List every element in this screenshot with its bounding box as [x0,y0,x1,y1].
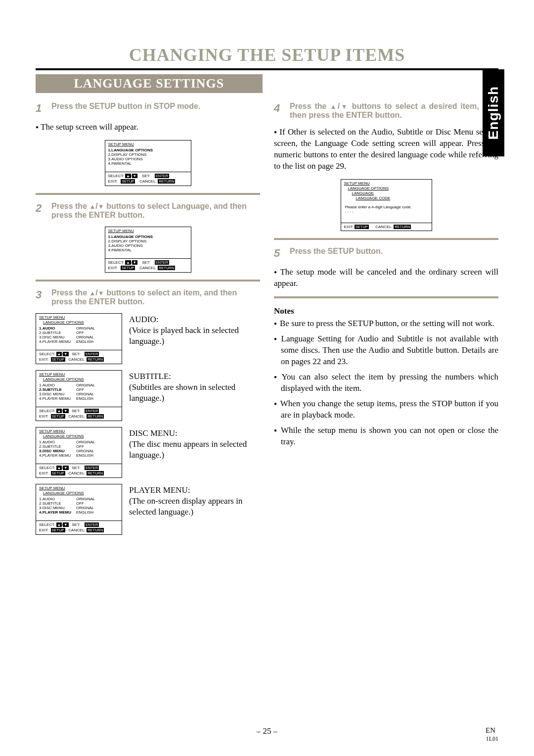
triangle-up-icon: ▲ [330,103,337,110]
footer-code: 1L01 [486,735,498,743]
note-item: Be sure to press the SETUP button, or th… [274,318,498,330]
option-desc: AUDIO: (Voice is played back in selected… [129,313,260,364]
step-3: 3 Press the ▲/▼ buttons to select an ite… [36,288,260,306]
step-number: 2 [36,202,49,215]
osd-language-code: SETUP MENU LANGUAGE OPTIONS LANGUAGE LAN… [341,179,432,232]
step-1-note: ●The setup screen will appear. [36,122,260,133]
note-item: Language Setting for Audio and Subtitle … [274,333,498,368]
osd-language-options: SETUP MENU LANGUAGE OPTIONS 1.AUDIOORIGI… [36,313,122,364]
note-item: You can also select the item by pressing… [274,372,498,394]
step-1: 1 Press the SETUP button in STOP mode. [36,102,260,115]
step-5-note: ●The setup mode will be canceled and the… [274,267,498,289]
step-text: Press the ▲/▼ buttons to select an item,… [51,288,258,306]
osd-language-options: SETUP MENU LANGUAGE OPTIONS 1.AUDIOORIGI… [36,370,122,421]
osd-setup-menu: SETUP MENU 1.LANGUAGE OPTIONS 2.DISPLAY … [105,140,191,186]
step-4: 4 Press the ▲/▼ buttons to select a desi… [274,102,498,120]
triangle-up-icon: ▲ [89,289,95,297]
note-item: While the setup menu is shown you can no… [274,425,498,448]
osd-language-options: SETUP MENU LANGUAGE OPTIONS 1.AUDIOORIGI… [36,484,122,535]
triangle-down-icon: ▼ [98,203,104,210]
divider [274,238,498,240]
option-audio: SETUP MENU LANGUAGE OPTIONS 1.AUDIOORIGI… [36,313,260,364]
option-desc: SUBTITLE: (Subtitles are shown in select… [129,370,260,421]
title-rule [36,68,498,70]
step-number: 1 [36,102,49,115]
page-number: – 25 – [257,726,278,736]
option-subtitle: SETUP MENU LANGUAGE OPTIONS 1.AUDIOORIGI… [36,370,260,421]
page-title: CHANGING THE SETUP ITEMS [36,45,498,65]
step-number: 5 [274,247,288,260]
osd-setup-menu: SETUP MENU 1.LANGUAGE OPTIONS 2.DISPLAY … [105,227,191,273]
step-text: Press the ▲/▼ buttons to select Language… [51,202,258,220]
step-text: Press the SETUP button in STOP mode. [51,102,258,111]
osd-language-options: SETUP MENU LANGUAGE OPTIONS 1.AUDIOORIGI… [36,427,122,478]
step-text: Press the SETUP button. [290,247,496,256]
section-banner: LANGUAGE SETTINGS [36,74,263,93]
footer-lang: EN [486,726,495,735]
option-desc: DISC MENU: (The disc menu appears in sel… [129,427,260,478]
option-player-menu: SETUP MENU LANGUAGE OPTIONS 1.AUDIOORIGI… [36,484,260,535]
divider [36,280,260,282]
triangle-up-icon: ▲ [89,203,95,210]
step-5: 5 Press the SETUP button. [274,247,498,260]
step-text: Press the ▲/▼ buttons to select a desire… [290,102,496,120]
option-disc-menu: SETUP MENU LANGUAGE OPTIONS 1.AUDIOORIGI… [36,427,260,478]
step-4-note: ●If Other is selected on the Audio, Subt… [274,127,498,172]
note-item: When you change the setup items, press t… [274,398,498,421]
triangle-down-icon: ▼ [98,289,104,297]
step-2: 2 Press the ▲/▼ buttons to select Langua… [36,202,260,220]
step-number: 3 [36,288,49,301]
divider [274,296,498,298]
step-number: 4 [274,102,288,115]
page-footer: – 25 – EN 1L01 [0,726,534,736]
option-desc: PLAYER MENU: (The on-screen display appe… [129,484,260,535]
language-tab: English [483,69,504,156]
triangle-down-icon: ▼ [340,103,349,110]
divider [36,193,260,195]
notes-heading: Notes [274,306,498,316]
notes-list: Be sure to press the SETUP button, or th… [274,318,498,447]
